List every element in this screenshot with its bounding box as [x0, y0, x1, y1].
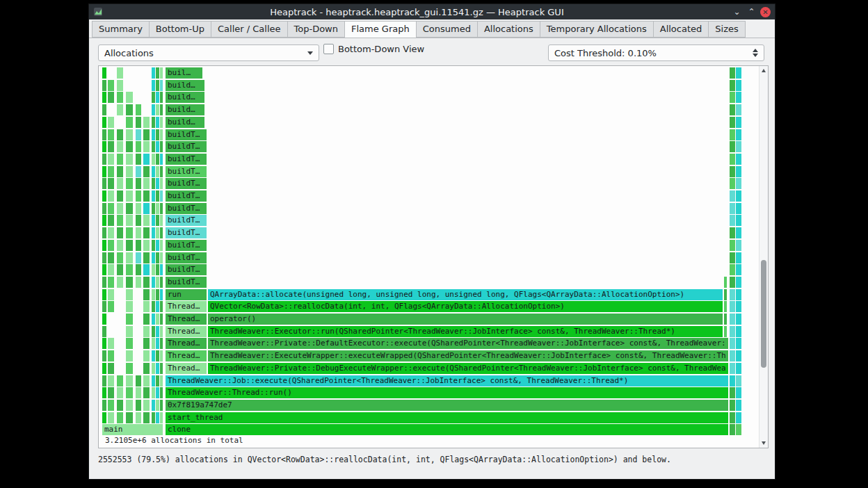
flame-bar-fragment[interactable]: [730, 326, 735, 337]
flame-bar-fragment[interactable]: [156, 412, 159, 423]
flame-bar-fragment[interactable]: [730, 252, 735, 263]
flame-bar-fragment[interactable]: [730, 190, 735, 202]
flame-bar-fragment[interactable]: [143, 154, 150, 165]
flame-bar-fragment[interactable]: [143, 141, 150, 152]
flame-bar-fragment[interactable]: [160, 375, 163, 387]
flame-bar-fragment[interactable]: [160, 252, 163, 263]
flame-bar-fragment[interactable]: [730, 227, 735, 238]
flame-bar-fragment[interactable]: [156, 289, 159, 300]
scroll-up-icon[interactable]: [762, 69, 766, 72]
flame-bar-fragment[interactable]: [152, 178, 155, 189]
flame-bar-fragment[interactable]: [108, 301, 114, 312]
flame-bar-fragment[interactable]: [117, 400, 123, 411]
flame-bar-fragment[interactable]: [108, 350, 114, 361]
flame-bar-fragment[interactable]: [102, 166, 106, 177]
flame-bar-fragment[interactable]: [152, 190, 155, 202]
flame-bar-fragment[interactable]: [156, 104, 159, 115]
flame-bar-fragment[interactable]: [730, 92, 735, 103]
flame-bar[interactable]: buil…: [166, 67, 202, 79]
flame-bar-fragment[interactable]: [156, 400, 159, 411]
flame-bar-fragment[interactable]: [102, 129, 106, 140]
flame-bar-fragment[interactable]: [736, 178, 741, 189]
flame-bar-fragment[interactable]: [156, 129, 159, 140]
flame-bar-fragment[interactable]: [152, 400, 155, 411]
flame-bar[interactable]: Thread…: [166, 314, 207, 325]
flame-bar-fragment[interactable]: [724, 289, 727, 300]
flame-bar-fragment[interactable]: [160, 400, 163, 411]
flame-bar-fragment[interactable]: [152, 350, 155, 361]
flame-bar-fragment[interactable]: [156, 240, 159, 251]
flame-bar-fragment[interactable]: [143, 326, 150, 337]
flame-bar-fragment[interactable]: [108, 117, 114, 128]
flame-bar-fragment[interactable]: [160, 338, 163, 349]
flame-bar-fragment[interactable]: [730, 240, 735, 251]
flame-bar-fragment[interactable]: [160, 227, 163, 238]
flame-bar-fragment[interactable]: [143, 227, 150, 238]
flame-bar-fragment[interactable]: [102, 387, 106, 398]
flame-bar-fragment[interactable]: [143, 314, 150, 325]
flame-bar-fragment[interactable]: [736, 190, 741, 202]
flame-bar[interactable]: QVector<RowData>::reallocData(int, int, …: [208, 301, 723, 312]
flame-bar-fragment[interactable]: [102, 289, 106, 300]
flame-bar-fragment[interactable]: [736, 277, 741, 288]
flame-bar-fragment[interactable]: [730, 129, 735, 140]
flame-bar-fragment[interactable]: [143, 166, 150, 177]
flame-bar-fragment[interactable]: [108, 227, 114, 238]
tab-temporary-allocations[interactable]: Temporary Allocations: [540, 21, 654, 38]
flame-bar[interactable]: buildT…: [166, 178, 207, 189]
flame-bar-fragment[interactable]: [136, 166, 141, 177]
flame-bar[interactable]: buildT…: [166, 166, 207, 177]
flame-bar[interactable]: 0x7f819a747de7: [166, 400, 728, 411]
flame-bar[interactable]: QArrayData::allocate(unsigned long, unsi…: [208, 289, 723, 300]
flame-bar-fragment[interactable]: [156, 178, 159, 189]
flame-bar-fragment[interactable]: [126, 117, 133, 128]
flame-bar-fragment[interactable]: [108, 80, 114, 91]
flame-bar-fragment[interactable]: [730, 338, 735, 349]
flame-bar-fragment[interactable]: [108, 264, 114, 275]
flame-bar-fragment[interactable]: [136, 375, 141, 387]
minimize-button[interactable]: ⌄: [731, 6, 743, 18]
flame-bar-fragment[interactable]: [108, 277, 114, 288]
flame-bar-fragment[interactable]: [126, 227, 133, 238]
flame-bar-fragment[interactable]: [160, 289, 163, 300]
flame-bar-fragment[interactable]: [117, 67, 123, 79]
flame-bar[interactable]: Thread…: [166, 326, 207, 337]
flame-bar-fragment[interactable]: [152, 252, 155, 263]
flame-bar-fragment[interactable]: [136, 277, 141, 288]
tab-allocated[interactable]: Allocated: [653, 21, 709, 38]
flame-bar-fragment[interactable]: [108, 215, 114, 226]
flame-bar[interactable]: run: [166, 289, 207, 300]
flame-bar[interactable]: Thread…: [166, 363, 207, 374]
flame-bar-fragment[interactable]: [143, 412, 150, 423]
flame-bar-fragment[interactable]: [136, 117, 141, 128]
flame-bar-fragment[interactable]: [117, 277, 123, 288]
flame-bar-fragment[interactable]: [126, 375, 133, 387]
flame-bar-fragment[interactable]: [156, 141, 159, 152]
tab-caller-callee[interactable]: Caller / Callee: [211, 21, 288, 38]
flame-bar-fragment[interactable]: [152, 117, 155, 128]
flame-bar-fragment[interactable]: [108, 92, 114, 103]
flame-bar-fragment[interactable]: [108, 203, 114, 214]
flame-bar-fragment[interactable]: [152, 215, 155, 226]
flame-bar-fragment[interactable]: [102, 277, 106, 288]
flame-bar-fragment[interactable]: [143, 400, 150, 411]
flame-bar-fragment[interactable]: [730, 178, 735, 189]
flame-bar-fragment[interactable]: [156, 80, 159, 91]
flame-bar-fragment[interactable]: [136, 154, 141, 165]
flame-bar-fragment[interactable]: [156, 203, 159, 214]
flame-bar-fragment[interactable]: [736, 338, 741, 349]
flame-bar-fragment[interactable]: [117, 215, 123, 226]
flame-bar-fragment[interactable]: [108, 338, 114, 349]
flame-bar-fragment[interactable]: [117, 104, 123, 115]
flame-bar-fragment[interactable]: [156, 363, 159, 374]
flame-bar-fragment[interactable]: [736, 227, 741, 238]
flame-bar-fragment[interactable]: [152, 129, 155, 140]
flame-bar-fragment[interactable]: [160, 117, 163, 128]
flame-bar-fragment[interactable]: [160, 104, 163, 115]
flame-bar-fragment[interactable]: [156, 166, 159, 177]
flame-bar-fragment[interactable]: [143, 264, 150, 275]
flame-bar-fragment[interactable]: [102, 338, 106, 349]
flame-bar-fragment[interactable]: [102, 363, 106, 374]
flame-bar-fragment[interactable]: [117, 154, 123, 165]
flame-bar-fragment[interactable]: [108, 190, 114, 202]
